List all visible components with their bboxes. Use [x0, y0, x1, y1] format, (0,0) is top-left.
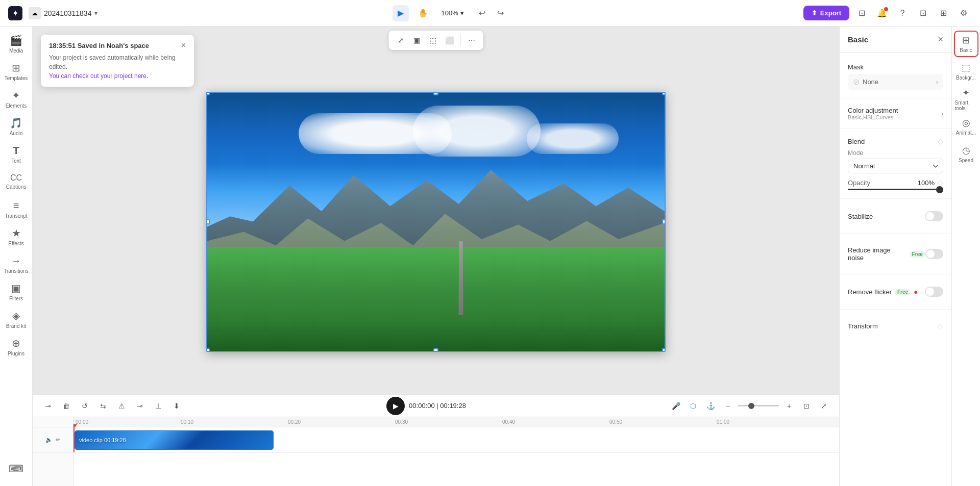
export-btn[interactable]: ⬆ Export: [803, 6, 849, 20]
timeline-zoom-slider[interactable]: [738, 405, 779, 406]
sidebar-item-keyboard[interactable]: ⌨: [3, 455, 30, 482]
remove-flicker-label: Remove flicker Free ●: [848, 288, 918, 296]
road: [458, 241, 463, 315]
present-btn[interactable]: ⊡: [853, 5, 870, 21]
right-panel-close-btn[interactable]: ×: [938, 34, 943, 45]
play-btn[interactable]: ▶: [386, 397, 405, 415]
handle-top-right[interactable]: [662, 92, 666, 95]
mask-none-icon: ⊘: [853, 77, 860, 87]
video-frame[interactable]: [206, 92, 666, 352]
sidebar-item-templates[interactable]: ⊞ Templates: [3, 58, 30, 85]
cursor-tool-btn[interactable]: ▶: [393, 5, 409, 21]
mode-label: Mode: [848, 149, 943, 157]
zoom-level-btn[interactable]: 100% ▾: [437, 7, 468, 19]
sidebar-item-transcript[interactable]: ≡ Transcript: [3, 196, 30, 222]
timeline-download-btn[interactable]: ⬇: [169, 399, 184, 413]
handle-bottom-right[interactable]: [662, 348, 666, 352]
opacity-slider[interactable]: [848, 189, 943, 190]
redo-btn[interactable]: ↪: [493, 5, 509, 21]
timeline-zoom-out-btn[interactable]: −: [721, 399, 735, 413]
timeline-spacer-btn[interactable]: ⊸: [41, 399, 55, 413]
help-btn[interactable]: ?: [894, 5, 911, 21]
reduce-noise-label: Reduce image noise Free: [848, 246, 925, 262]
track-volume-icon: 🔈: [45, 437, 53, 443]
far-right-animate-icon: ◎: [962, 117, 970, 129]
mask-value: None: [863, 78, 878, 86]
timeline-split-btn[interactable]: ⊸: [133, 399, 147, 413]
sidebar-item-captions[interactable]: CC Captions: [3, 168, 30, 195]
handle-top-center[interactable]: [433, 92, 438, 95]
settings-btn[interactable]: ⚙: [955, 5, 972, 21]
mask-row[interactable]: ⊘ None ›: [848, 74, 943, 90]
share-btn[interactable]: ⊡: [915, 5, 931, 21]
canvas-tool-crop[interactable]: ⤢: [393, 33, 408, 48]
reduce-noise-toggle[interactable]: [925, 249, 943, 259]
sidebar-item-effects-label: Effects: [8, 241, 23, 246]
timeline-align-btn[interactable]: ⊥: [151, 399, 165, 413]
far-right-item-smart[interactable]: ✦ Smart tools: [954, 86, 978, 112]
sidebar-item-brand[interactable]: ◈ Brand kit: [3, 306, 30, 332]
timeline-zoom-in-btn[interactable]: +: [782, 399, 796, 413]
timeline-delete-btn[interactable]: 🗑: [59, 399, 74, 413]
far-right-item-speed[interactable]: ◷ Speed: [954, 141, 978, 167]
cloud-2: [413, 106, 541, 157]
far-right-animate-label: Animat...: [956, 130, 976, 136]
video-preview: [207, 93, 665, 351]
canvas-tool-transform[interactable]: ⬚: [426, 33, 441, 48]
canvas-tool-mask[interactable]: ▣: [409, 33, 425, 48]
far-right-item-animate[interactable]: ◎ Animat...: [954, 113, 978, 140]
color-adj-row[interactable]: Color adjustment Basic,HSL,Curves ›: [848, 107, 943, 120]
far-right-item-background[interactable]: ⬚ Backgr...: [954, 58, 978, 85]
timeline-reverse-btn[interactable]: ⇆: [96, 399, 110, 413]
remove-flicker-toggle[interactable]: [925, 287, 943, 297]
layout-btn[interactable]: ⊞: [935, 5, 951, 21]
sidebar-item-text[interactable]: T Text: [3, 141, 30, 167]
timeline-mic-btn[interactable]: 🎤: [669, 399, 683, 413]
handle-left-center[interactable]: [206, 219, 210, 224]
timeline-anchor-btn[interactable]: ⚓: [703, 399, 718, 413]
playhead[interactable]: [74, 427, 75, 452]
cloud-3: [527, 123, 619, 154]
remove-flicker-section: Remove flicker Free ●: [840, 278, 951, 305]
sidebar-item-audio[interactable]: 🎵 Audio: [3, 113, 30, 140]
mode-select[interactable]: NormalMultiplyScreenOverlayDarkenLighten…: [848, 159, 943, 173]
notifications-btn[interactable]: 🔔: [874, 5, 890, 21]
toast-close-btn[interactable]: ×: [181, 41, 186, 50]
timeline-fit-btn[interactable]: ⊡: [799, 399, 814, 413]
handle-top-left[interactable]: [206, 92, 210, 95]
timeline-loop-btn[interactable]: ↺: [78, 399, 92, 413]
stabilize-section: Stabilize: [840, 203, 951, 229]
sidebar-item-transitions[interactable]: → Transitions: [3, 251, 30, 277]
handle-bottom-center[interactable]: [433, 348, 438, 352]
timeline-clip-btn[interactable]: ⬡: [686, 399, 700, 413]
far-right-background-icon: ⬚: [962, 62, 970, 73]
opacity-value: 100%: [918, 179, 935, 187]
sidebar-item-elements[interactable]: ✦ Elements: [3, 86, 30, 112]
canvas-tool-more[interactable]: ⋯: [464, 33, 479, 48]
toast-link[interactable]: You can check out your project here.: [49, 72, 148, 80]
sidebar-item-filters[interactable]: ▣ Filters: [3, 278, 30, 305]
timeline-tracks: 🔈 ✏ 00:00 00:10 00:20 00:30 00:40 00:50 …: [33, 417, 839, 486]
handle-bottom-left[interactable]: [206, 348, 210, 352]
hand-tool-btn[interactable]: ✋: [415, 5, 431, 21]
transform-reset-icon[interactable]: ◇: [938, 322, 943, 330]
canvas-tool-expand[interactable]: ⬜: [442, 33, 457, 48]
mask-arrow-icon: ›: [936, 79, 938, 86]
sidebar-item-plugins[interactable]: ⊕ Plugins: [3, 334, 30, 360]
ruler-mark-60: 01:00: [717, 419, 729, 425]
track-label-1: 🔈 ✏: [33, 427, 73, 453]
sidebar-item-media[interactable]: 🎬 Media: [3, 31, 30, 57]
project-name-btn[interactable]: ☁ 202410311834 ▾: [29, 7, 97, 19]
undo-redo-group: ↩ ↪: [474, 5, 509, 21]
undo-btn[interactable]: ↩: [474, 5, 491, 21]
timeline-warn-btn[interactable]: ⚠: [114, 399, 129, 413]
media-icon: 🎬: [10, 34, 22, 46]
blend-reset-icon[interactable]: ◇: [938, 137, 943, 145]
stabilize-toggle[interactable]: [925, 211, 943, 221]
sidebar-item-effects[interactable]: ★ Effects: [3, 223, 30, 250]
timeline: ⊸ 🗑 ↺ ⇆ ⚠ ⊸ ⊥ ⬇ ▶ 00:00:00 | 00:19:28: [33, 394, 839, 486]
timeline-fullscreen-btn[interactable]: ⤢: [817, 399, 831, 413]
far-right-item-basic[interactable]: ⊞ Basic: [954, 31, 978, 57]
video-clip[interactable]: video clip 00:19:28: [75, 430, 274, 450]
handle-right-center[interactable]: [662, 219, 666, 224]
